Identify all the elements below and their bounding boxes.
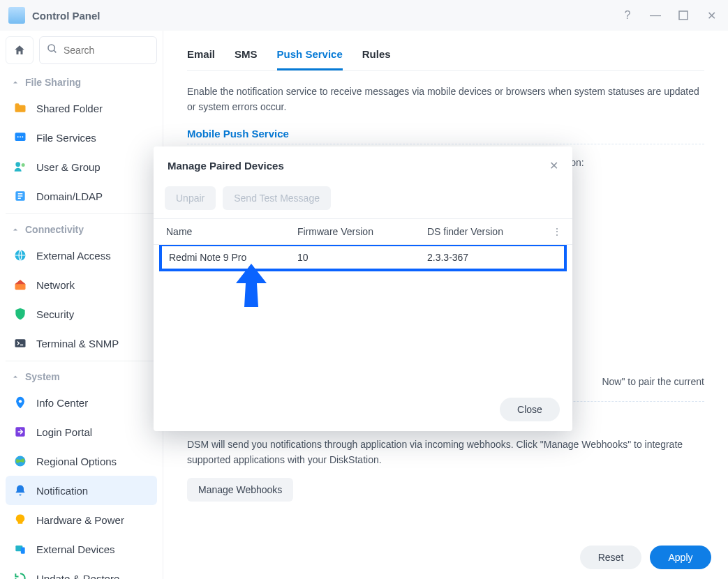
globe-color-icon <box>13 453 28 469</box>
devices-icon <box>13 541 28 557</box>
sidebar-item-label: File Services <box>36 132 96 144</box>
sidebar-item-label: Login Portal <box>36 426 92 438</box>
svg-point-6 <box>22 136 23 137</box>
minimize-icon[interactable]: — <box>647 7 664 24</box>
cell-firmware: 10 <box>290 246 420 269</box>
terminal-icon <box>13 336 28 351</box>
sidebar-item-regional-options[interactable]: Regional Options <box>6 446 157 476</box>
sidebar-item-external-access[interactable]: External Access <box>6 241 157 270</box>
folder-icon <box>13 100 28 116</box>
cell-name: Redmi Note 9 Pro <box>162 246 290 269</box>
sidebar-item-external-devices[interactable]: External Devices <box>6 534 157 564</box>
bell-icon <box>13 483 28 498</box>
annotation-arrow-icon <box>235 264 268 311</box>
section-label: Connectivity <box>25 224 84 235</box>
home-button[interactable] <box>6 36 34 64</box>
send-test-button[interactable]: Send Test Message <box>223 186 331 210</box>
sidebar-item-security[interactable]: Security <box>6 299 157 329</box>
section-connectivity[interactable]: Connectivity <box>6 217 157 241</box>
manage-webhooks-button[interactable]: Manage Webhooks <box>187 478 293 502</box>
sidebar-item-label: User & Group <box>36 161 101 173</box>
dialog-close-icon[interactable]: ✕ <box>549 159 558 172</box>
sidebar-item-terminal-snmp[interactable]: Terminal & SNMP <box>6 329 157 358</box>
column-menu-icon[interactable]: ⋮ <box>547 219 567 244</box>
svg-line-2 <box>54 50 56 52</box>
sidebar-item-label: Network <box>36 279 75 291</box>
section-label: File Sharing <box>25 77 81 88</box>
sidebar-item-label: Update & Restore <box>36 573 119 580</box>
info-icon <box>13 395 28 410</box>
globe-icon <box>13 248 28 263</box>
sidebar-item-label: Domain/LDAP <box>36 190 103 202</box>
sidebar-item-label: External Access <box>36 250 111 262</box>
svg-point-12 <box>19 400 22 403</box>
intro-text: Enable the notification service to recei… <box>187 84 704 115</box>
sidebar-item-label: Notification <box>36 485 88 497</box>
tab-push-service[interactable]: Push Service <box>277 38 343 70</box>
search-input[interactable] <box>64 45 149 56</box>
search-input-wrap[interactable] <box>39 36 157 64</box>
sidebar-item-shared-folder[interactable]: Shared Folder <box>6 93 157 123</box>
maximize-icon[interactable] <box>675 7 692 24</box>
tab-email[interactable]: Email <box>187 38 215 70</box>
tab-sms[interactable]: SMS <box>235 38 258 70</box>
svg-point-1 <box>48 45 54 51</box>
unpair-button[interactable]: Unpair <box>165 186 216 210</box>
sidebar-item-label: Hardware & Power <box>36 514 124 526</box>
col-dsfinder[interactable]: DS finder Version <box>420 219 547 244</box>
svg-point-7 <box>15 162 20 167</box>
manage-paired-devices-dialog: Manage Paired Devices ✕ Unpair Send Test… <box>154 146 572 431</box>
close-icon[interactable]: ✕ <box>703 7 720 24</box>
cell-dsfinder: 2.3.3-367 <box>420 246 564 269</box>
sidebar-item-label: External Devices <box>36 543 115 555</box>
restore-icon <box>13 571 28 579</box>
app-icon <box>8 7 25 24</box>
section-file-sharing[interactable]: File Sharing <box>6 70 157 93</box>
svg-rect-11 <box>15 339 26 347</box>
section-label: System <box>25 371 60 382</box>
sidebar-item-notification[interactable]: Notification <box>6 476 157 505</box>
reset-button[interactable]: Reset <box>580 546 641 569</box>
sidebar-item-update-restore[interactable]: Update & Restore <box>6 564 157 579</box>
network-icon <box>13 277 28 292</box>
help-icon[interactable]: ? <box>619 7 636 24</box>
svg-rect-0 <box>679 11 688 20</box>
sidebar-item-user-group[interactable]: User & Group <box>6 152 157 181</box>
section-system[interactable]: System <box>6 364 157 388</box>
col-firmware[interactable]: Firmware Version <box>290 219 420 244</box>
svg-point-5 <box>20 136 21 137</box>
sidebar-item-file-services[interactable]: File Services <box>6 123 157 152</box>
domain-icon <box>13 188 28 204</box>
dialog-close-button[interactable]: Close <box>500 398 560 421</box>
table-header: Name Firmware Version DS finder Version … <box>154 219 572 245</box>
sidebar-item-login-portal[interactable]: Login Portal <box>6 417 157 446</box>
col-name[interactable]: Name <box>159 219 290 244</box>
window-title: Control Panel <box>32 10 608 22</box>
shield-icon <box>13 306 28 322</box>
table-row[interactable]: Redmi Note 9 Pro 10 2.3.3-367 <box>159 245 567 271</box>
apply-button[interactable]: Apply <box>650 546 711 569</box>
tabs: Email SMS Push Service Rules <box>187 38 704 71</box>
users-icon <box>13 159 28 174</box>
mobile-push-heading[interactable]: Mobile Push Service <box>187 128 704 144</box>
sidebar-item-label: Security <box>36 308 74 320</box>
sidebar-item-label: Regional Options <box>36 456 117 467</box>
portal-icon <box>13 424 28 439</box>
svg-rect-16 <box>21 548 25 554</box>
dialog-title: Manage Paired Devices <box>168 160 549 172</box>
sidebar-item-hardware-power[interactable]: Hardware & Power <box>6 505 157 534</box>
svg-point-4 <box>17 136 19 137</box>
tab-rules[interactable]: Rules <box>362 38 391 70</box>
sidebar-item-label: Shared Folder <box>36 103 103 114</box>
bulb-icon <box>13 512 28 527</box>
sidebar-item-info-center[interactable]: Info Center <box>6 388 157 417</box>
sidebar-item-network[interactable]: Network <box>6 270 157 299</box>
webhook-desc: DSM will send you notifications through … <box>187 437 704 468</box>
file-services-icon <box>13 130 28 145</box>
svg-point-8 <box>22 163 25 167</box>
sidebar-item-domain-ldap[interactable]: Domain/LDAP <box>6 181 157 211</box>
sidebar-item-label: Terminal & SNMP <box>36 338 119 349</box>
sidebar-item-label: Info Center <box>36 397 88 409</box>
search-icon <box>47 43 58 57</box>
